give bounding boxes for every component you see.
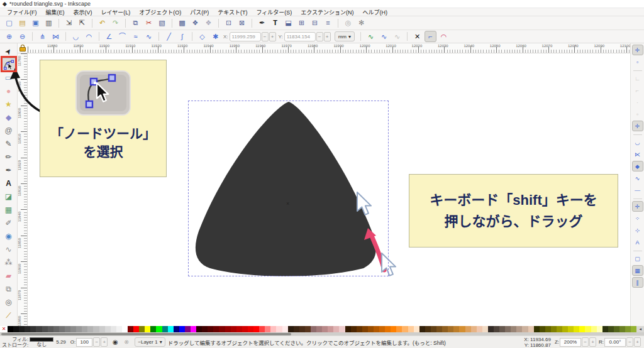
palette-swatch[interactable] xyxy=(111,326,116,332)
node-x-decrease-button[interactable]: − xyxy=(262,32,269,41)
palette-swatch[interactable] xyxy=(25,326,30,332)
node-tool[interactable] xyxy=(1,58,16,71)
unlink-clone-icon[interactable]: ❖ xyxy=(203,18,214,29)
palette-swatch[interactable] xyxy=(299,326,305,332)
print-icon[interactable]: ▥ xyxy=(43,18,55,29)
palette-swatch[interactable] xyxy=(156,326,162,332)
palette-swatch[interactable] xyxy=(253,326,259,332)
show-path-outline-icon[interactable]: ◠ xyxy=(438,31,450,42)
menu-view[interactable]: 表示(V) xyxy=(69,8,97,16)
palette-swatch[interactable] xyxy=(150,326,156,332)
smooth-node-icon[interactable]: ⌒ xyxy=(116,31,128,42)
clip-edit-icon[interactable]: ∿ xyxy=(365,31,377,42)
stroke-width-value[interactable]: 5.29 xyxy=(56,339,66,345)
menu-edit[interactable]: 編集(E) xyxy=(42,8,69,16)
palette-swatch[interactable] xyxy=(482,326,488,332)
palette-swatch[interactable] xyxy=(534,326,540,332)
calligraphy-tool[interactable]: ✒ xyxy=(1,163,16,177)
text-tool[interactable]: A xyxy=(1,177,16,190)
join-segment-icon[interactable]: ◡ xyxy=(70,31,82,42)
palette-swatch[interactable] xyxy=(53,326,59,332)
layer-visibility-icon[interactable]: ◉ xyxy=(110,338,120,347)
rotation-decrease-button[interactable]: − xyxy=(626,337,633,347)
delete-segment-icon[interactable]: ◠ xyxy=(83,31,95,42)
palette-swatch[interactable] xyxy=(625,326,631,332)
select-same-icon[interactable]: ⊡ xyxy=(223,18,235,29)
palette-swatch[interactable] xyxy=(288,326,294,332)
palette-swatch[interactable] xyxy=(122,326,128,332)
palette-swatch[interactable] xyxy=(213,326,219,332)
palette-swatch[interactable] xyxy=(540,326,545,332)
palette-swatch[interactable] xyxy=(328,326,333,332)
object-properties-icon[interactable]: ⬓ xyxy=(282,18,294,29)
palette-swatch[interactable] xyxy=(579,326,585,332)
palette-swatch[interactable] xyxy=(602,326,608,332)
palette-swatch[interactable] xyxy=(391,326,396,332)
rotation-value[interactable]: 0.00° xyxy=(604,338,626,347)
palette-swatch-none[interactable]: ✕ xyxy=(0,326,8,332)
palette-swatch[interactable] xyxy=(202,326,208,332)
palette-swatch[interactable] xyxy=(414,326,419,332)
palette-swatch[interactable] xyxy=(70,326,76,332)
palette-swatch[interactable] xyxy=(82,326,87,332)
palette-swatch[interactable] xyxy=(631,326,636,332)
corner-node-icon[interactable]: ∠ xyxy=(103,31,115,42)
palette-swatch[interactable] xyxy=(568,326,574,332)
palette-swatch[interactable] xyxy=(219,326,225,332)
palette-swatch[interactable] xyxy=(99,326,105,332)
menu-help[interactable]: ヘルプ(H) xyxy=(358,8,392,16)
node-x-input[interactable] xyxy=(230,32,261,41)
node-x-increase-button[interactable]: + xyxy=(269,32,276,41)
fill-color-swatch[interactable] xyxy=(30,337,53,342)
align-dialog-icon[interactable]: ⊟ xyxy=(309,18,321,29)
import-icon[interactable]: ⇲ xyxy=(63,18,75,29)
snap-smooth-nodes[interactable]: ∿ xyxy=(632,173,643,183)
palette-swatch[interactable] xyxy=(448,326,453,332)
palette-swatch[interactable] xyxy=(562,326,568,332)
deselect-icon[interactable]: ⊠ xyxy=(236,18,248,29)
ellipse-tool[interactable]: ● xyxy=(1,84,16,97)
dropper-tool[interactable]: ✐ xyxy=(1,216,16,229)
palette-swatch[interactable] xyxy=(179,326,185,332)
palette-swatch[interactable] xyxy=(402,326,408,332)
palette-swatch[interactable] xyxy=(619,326,625,332)
palette-swatch[interactable] xyxy=(477,326,482,332)
layers-dialog-icon[interactable]: ≡ xyxy=(322,18,334,29)
clone-icon[interactable]: ❖ xyxy=(189,18,201,29)
snap-line-midpoints[interactable]: — xyxy=(632,185,643,195)
palette-scroll-left-icon[interactable]: ◂ xyxy=(636,326,644,332)
palette-swatch[interactable] xyxy=(87,326,93,332)
palette-swatch[interactable] xyxy=(13,326,19,332)
palette-swatch[interactable] xyxy=(191,326,196,332)
preferences-icon[interactable]: ✻ xyxy=(355,18,367,29)
snap-enable[interactable]: ✛ xyxy=(632,45,643,55)
node-y-decrease-button[interactable]: − xyxy=(316,32,323,41)
menu-path[interactable]: パス(P) xyxy=(186,8,213,16)
palette-swatch[interactable] xyxy=(145,326,150,332)
palette-swatch[interactable] xyxy=(174,326,179,332)
lpe-edit-icon[interactable]: ∿ xyxy=(391,31,403,42)
stroke-to-path-icon[interactable]: ✱ xyxy=(209,31,221,42)
palette-swatch[interactable] xyxy=(168,326,174,332)
insert-node-icon[interactable]: ⊕ xyxy=(3,31,15,42)
show-bezier-handles-icon[interactable]: ⌐ xyxy=(425,31,436,42)
palette-swatch[interactable] xyxy=(379,326,385,332)
horizontal-ruler[interactable]: 1188011890119001191011920119301194011950… xyxy=(18,43,630,53)
mask-edit-icon[interactable]: ∿ xyxy=(378,31,390,42)
snap-nodes[interactable]: ✛ xyxy=(632,121,643,131)
paste-icon[interactable]: ▧ xyxy=(156,18,168,29)
current-layer-selector[interactable]: ~Layer 1 ▾ xyxy=(135,337,165,347)
palette-swatch[interactable] xyxy=(453,326,459,332)
menu-layer[interactable]: レイヤー(L) xyxy=(97,8,135,16)
palette-swatch[interactable] xyxy=(408,326,414,332)
unit-selector[interactable]: mm▾ xyxy=(335,31,355,41)
undo-icon[interactable]: ↶ xyxy=(96,18,108,29)
palette-swatch[interactable] xyxy=(42,326,48,332)
cut-icon[interactable]: ✂ xyxy=(143,18,155,29)
symmetric-node-icon[interactable]: ≈ xyxy=(130,31,142,42)
palette-swatch[interactable] xyxy=(459,326,465,332)
palette-swatch[interactable] xyxy=(231,326,236,332)
palette-swatch[interactable] xyxy=(128,326,133,332)
zoom-value[interactable]: 200% xyxy=(560,338,581,347)
node-y-input[interactable] xyxy=(284,32,316,41)
